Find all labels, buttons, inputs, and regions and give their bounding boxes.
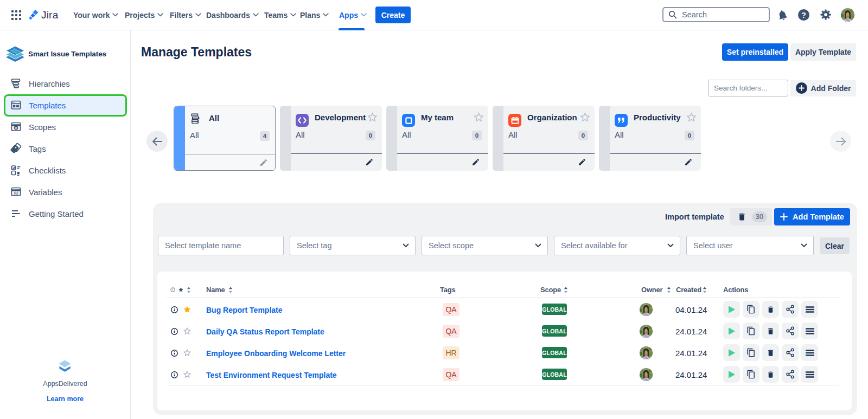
svg-text:(x): (x) [14,191,18,196]
